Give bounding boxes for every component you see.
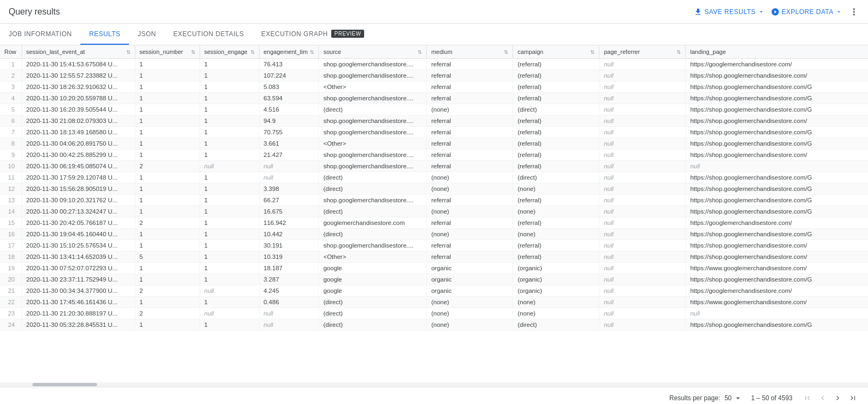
table-cell: 1 bbox=[200, 81, 259, 93]
table-cell: 1 bbox=[200, 217, 259, 229]
more-options-button[interactable] bbox=[849, 6, 859, 17]
table-cell: 1 bbox=[135, 195, 200, 206]
cell-null: null bbox=[599, 274, 686, 285]
table-cell: 2020-11-30 17:59:29.120748 U... bbox=[22, 172, 135, 183]
table-cell: https://shop.googlemerchandisestore.com/… bbox=[686, 104, 868, 115]
table-cell: (referral) bbox=[513, 240, 599, 251]
table-cell: 5 bbox=[135, 251, 200, 263]
table-cell: 10.319 bbox=[259, 251, 319, 263]
col-engagement-tim[interactable]: engagement_tim⇅ bbox=[259, 45, 319, 59]
cell-null: null bbox=[599, 81, 686, 93]
table-cell: https://shop.googlemerchandisestore.com/… bbox=[686, 195, 868, 206]
row-number: 2 bbox=[0, 70, 22, 81]
table-cell: (direct) bbox=[319, 104, 427, 115]
table-row: 62020-11-30 21:08:02.079303 U...1194.9sh… bbox=[0, 115, 868, 127]
table-cell: 2 bbox=[135, 285, 200, 297]
table-cell: 2020-11-30 09:10:20.321762 U... bbox=[22, 195, 135, 206]
table-row: 232020-11-30 21:20:30.888197 U...2nullnu… bbox=[0, 308, 868, 319]
table-cell: 10.442 bbox=[259, 229, 319, 240]
col-session-number[interactable]: session_number⇅ bbox=[135, 45, 200, 59]
table-cell: 1 bbox=[200, 93, 259, 104]
table-cell: 1 bbox=[135, 274, 200, 285]
footer: Results per page: 50 1 – 50 of 4593 bbox=[0, 387, 868, 404]
col-session-engage[interactable]: session_engage⇅ bbox=[200, 45, 259, 59]
scrollbar[interactable] bbox=[0, 382, 868, 387]
table-cell: shop.googlemerchandisestore.... bbox=[319, 93, 427, 104]
table-cell: 1 bbox=[200, 274, 259, 285]
table-cell: https://shop.googlemerchandisestore.com/… bbox=[686, 127, 868, 138]
table-cell: 1 bbox=[200, 251, 259, 263]
row-number: 8 bbox=[0, 138, 22, 149]
table-cell: (direct) bbox=[319, 206, 427, 217]
tab-job-information[interactable]: JOB INFORMATION bbox=[0, 24, 80, 45]
save-results-button[interactable]: SAVE RESULTS bbox=[694, 8, 764, 16]
tab-json[interactable]: JSON bbox=[129, 24, 165, 45]
table-cell: 2020-11-30 15:41:53.675084 U... bbox=[22, 59, 135, 70]
col-medium[interactable]: medium⇅ bbox=[427, 45, 513, 59]
table-container[interactable]: Row session_last_event_at⇅ session_numbe… bbox=[0, 45, 868, 382]
table-cell: 76.413 bbox=[259, 59, 319, 70]
tab-execution-graph[interactable]: EXECUTION GRAPH PREVIEW bbox=[252, 24, 373, 45]
per-page-dropdown-icon bbox=[734, 394, 742, 402]
table-cell: shop.googlemerchandisestore.... bbox=[319, 70, 427, 81]
scrollbar-thumb[interactable] bbox=[32, 383, 97, 386]
table-cell: (organic) bbox=[513, 274, 599, 285]
prev-page-button[interactable] bbox=[816, 392, 829, 405]
table-cell: <Other> bbox=[319, 81, 427, 93]
table-cell: 2020-11-30 15:56:28.905019 U... bbox=[22, 183, 135, 195]
table-cell: (none) bbox=[513, 308, 599, 319]
cell-null: null bbox=[599, 285, 686, 297]
cell-null: null bbox=[200, 308, 259, 319]
results-per-page-label: Results per page: bbox=[669, 394, 720, 402]
table-cell: (none) bbox=[427, 319, 513, 331]
table-cell: (none) bbox=[513, 206, 599, 217]
cell-null: null bbox=[599, 263, 686, 274]
col-row[interactable]: Row bbox=[0, 45, 22, 59]
cell-null: null bbox=[599, 59, 686, 70]
table-row: 172020-11-30 15:10:25.576534 U...1130.19… bbox=[0, 240, 868, 251]
table-cell: 2020-11-30 05:32:28.845531 U... bbox=[22, 319, 135, 331]
table-cell: (referral) bbox=[513, 149, 599, 161]
explore-data-button[interactable]: EXPLORE DATA bbox=[771, 8, 842, 16]
table-cell: 1 bbox=[200, 183, 259, 195]
table-row: 32020-11-30 18:26:32.910632 U...115.083<… bbox=[0, 81, 868, 93]
tab-results[interactable]: RESULTS bbox=[80, 24, 129, 45]
col-landing-page[interactable]: landing_page bbox=[686, 45, 868, 59]
cell-null: null bbox=[599, 104, 686, 115]
table-cell: googlemerchandisestore.com bbox=[319, 217, 427, 229]
table-cell: (direct) bbox=[319, 319, 427, 331]
table-cell: 2020-11-30 19:04:45.160440 U... bbox=[22, 229, 135, 240]
table-row: 122020-11-30 15:56:28.905019 U...113.398… bbox=[0, 183, 868, 195]
table-cell: 2020-11-30 15:10:25.576534 U... bbox=[22, 240, 135, 251]
row-number: 17 bbox=[0, 240, 22, 251]
col-session-last-event-at[interactable]: session_last_event_at⇅ bbox=[22, 45, 135, 59]
last-page-button[interactable] bbox=[846, 392, 859, 405]
table-cell: 1 bbox=[200, 138, 259, 149]
table-row: 82020-11-30 04:06:20.891750 U...113.661<… bbox=[0, 138, 868, 149]
per-page-select[interactable]: 50 bbox=[725, 394, 742, 402]
table-cell: 2020-11-30 18:13:49.168580 U... bbox=[22, 127, 135, 138]
table-cell: https://www.googlemerchandisestore.com/ bbox=[686, 297, 868, 308]
table-cell: 1 bbox=[200, 229, 259, 240]
col-page-referrer[interactable]: page_referrer⇅ bbox=[599, 45, 686, 59]
table-row: 212020-11-30 00:34:34.377900 U...2null4.… bbox=[0, 285, 868, 297]
app-container: Query results SAVE RESULTS EXPLORE DATA bbox=[0, 0, 868, 404]
col-source[interactable]: source⇅ bbox=[319, 45, 427, 59]
table-cell: 1 bbox=[135, 127, 200, 138]
table-cell: (organic) bbox=[513, 285, 599, 297]
table-cell: (direct) bbox=[513, 172, 599, 183]
tab-execution-details[interactable]: EXECUTION DETAILS bbox=[165, 24, 252, 45]
cell-null: null bbox=[599, 93, 686, 104]
table-cell: 3.661 bbox=[259, 138, 319, 149]
next-page-button[interactable] bbox=[831, 392, 844, 405]
table-cell: 1 bbox=[200, 104, 259, 115]
row-number: 14 bbox=[0, 206, 22, 217]
table-row: 72020-11-30 18:13:49.168580 U...1170.755… bbox=[0, 127, 868, 138]
table-cell: https://googlemerchandisestore.com/ bbox=[686, 285, 868, 297]
next-page-icon bbox=[833, 394, 842, 402]
first-page-button[interactable] bbox=[801, 392, 814, 405]
cell-null: null bbox=[599, 240, 686, 251]
table-cell: shop.googlemerchandisestore.... bbox=[319, 115, 427, 127]
col-campaign[interactable]: campaign⇅ bbox=[513, 45, 599, 59]
table-cell: https://www.googlemerchandisestore.com/ bbox=[686, 263, 868, 274]
